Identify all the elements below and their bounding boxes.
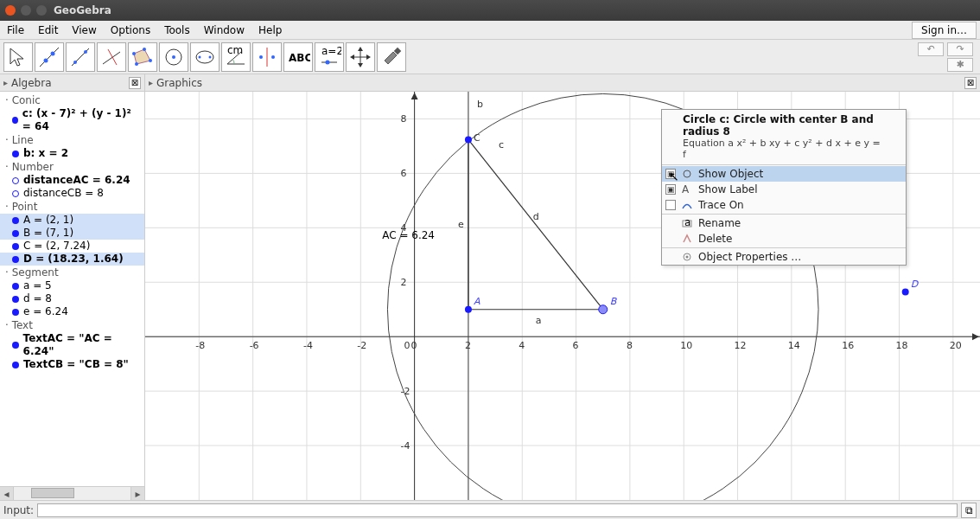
ctx-show-label[interactable]: ▣ A Show Label xyxy=(662,182,906,197)
visibility-bullet-icon[interactable] xyxy=(12,230,19,237)
algebra-item[interactable]: d = 8 xyxy=(0,292,144,305)
algebra-item[interactable]: C = (2, 7.24) xyxy=(0,240,144,253)
ctx-delete[interactable]: Delete xyxy=(662,231,906,247)
context-menu: Circle c: Circle with center B and radiu… xyxy=(661,109,907,266)
window-minimize-button[interactable] xyxy=(21,5,31,16)
redo-button[interactable]: ↷ xyxy=(947,42,973,56)
algebra-category[interactable]: · Point xyxy=(0,200,144,214)
algebra-item[interactable]: D = (18.23, 1.64) xyxy=(0,253,144,266)
algebra-item-label: d = 8 xyxy=(23,292,52,305)
menu-options[interactable]: Options xyxy=(104,24,157,36)
visibility-bullet-icon[interactable] xyxy=(12,243,19,250)
input-field[interactable] xyxy=(37,503,958,517)
algebra-category[interactable]: · Segment xyxy=(0,266,144,279)
tool-text[interactable]: ABC xyxy=(283,42,313,72)
algebra-item[interactable]: e = 6.24 xyxy=(0,305,144,318)
ctx-title: Circle c: Circle with center B and radiu… xyxy=(662,110,906,138)
tool-options[interactable] xyxy=(377,42,406,72)
undo-button[interactable]: ↶ xyxy=(918,42,944,56)
svg-text:c: c xyxy=(499,139,504,151)
tool-ellipse[interactable] xyxy=(190,42,220,72)
tool-circle[interactable] xyxy=(159,42,188,72)
algebra-category[interactable]: · Line xyxy=(0,133,144,147)
algebra-item[interactable]: distanceAC = 6.24 xyxy=(0,174,144,187)
algebra-item-label: c: (x - 7)² + (y - 1)² = 64 xyxy=(22,107,141,133)
window-maximize-button[interactable] xyxy=(36,5,47,16)
visibility-bullet-icon[interactable] xyxy=(12,296,19,303)
algebra-item[interactable]: a = 5 xyxy=(0,279,144,292)
svg-text:A: A xyxy=(474,296,480,307)
algebra-item[interactable]: b: x = 2 xyxy=(0,147,144,160)
svg-text:-6: -6 xyxy=(250,340,259,351)
tool-move[interactable] xyxy=(3,42,33,72)
svg-text:20: 20 xyxy=(950,340,962,351)
algebra-category[interactable]: · Number xyxy=(0,160,144,174)
ctx-rename[interactable]: a Rename xyxy=(662,215,906,231)
collapse-icon[interactable]: ▸ xyxy=(3,78,8,87)
svg-point-4 xyxy=(73,61,77,64)
menu-edit[interactable]: Edit xyxy=(31,24,65,36)
tool-reflect[interactable] xyxy=(252,42,282,72)
visibility-bullet-icon[interactable] xyxy=(12,151,19,157)
svg-marker-59 xyxy=(972,333,979,340)
svg-text:18: 18 xyxy=(896,340,908,351)
tool-polygon[interactable] xyxy=(128,42,157,72)
svg-line-7 xyxy=(108,49,117,65)
tool-point[interactable] xyxy=(35,42,64,72)
algebra-item[interactable]: distanceCB = 8 xyxy=(0,187,144,200)
visibility-bullet-icon[interactable] xyxy=(12,117,18,124)
svg-marker-8 xyxy=(134,49,150,64)
tool-slider[interactable]: a=2 xyxy=(315,42,344,72)
window-title: GeoGebra xyxy=(54,4,111,16)
ctx-show-object[interactable]: ▣ Show Object ↖ xyxy=(662,166,906,182)
visibility-bullet-icon[interactable] xyxy=(12,177,19,184)
signin-button[interactable]: Sign in… xyxy=(912,22,977,39)
visibility-bullet-icon[interactable] xyxy=(12,342,19,349)
input-help-button[interactable]: ⧉ xyxy=(961,503,977,518)
ctx-trace-on[interactable]: Trace On xyxy=(662,197,906,213)
algebra-item[interactable]: c: (x - 7)² + (y - 1)² = 64 xyxy=(0,107,144,133)
svg-point-88 xyxy=(465,306,472,313)
algebra-tree[interactable]: · Conicc: (x - 7)² + (y - 1)² = 64· Line… xyxy=(0,92,144,486)
graphics-close-button[interactable]: ⊠ xyxy=(964,77,977,89)
ctx-object-properties[interactable]: Object Properties … xyxy=(662,249,906,265)
delete-icon xyxy=(681,233,693,245)
algebra-item[interactable]: TextAC = "AC = 6.24" xyxy=(0,332,144,358)
algebra-category[interactable]: · Conic xyxy=(0,93,144,107)
visibility-bullet-icon[interactable] xyxy=(12,256,19,263)
settings-gear-button[interactable]: ✱ xyxy=(947,58,973,72)
visibility-bullet-icon[interactable] xyxy=(12,190,19,197)
svg-text:8: 8 xyxy=(401,113,407,125)
svg-point-17 xyxy=(209,55,212,58)
svg-point-23 xyxy=(271,55,275,59)
visibility-bullet-icon[interactable] xyxy=(12,283,19,290)
svg-text:D: D xyxy=(911,279,920,290)
menu-window[interactable]: Window xyxy=(197,24,251,36)
menu-help[interactable]: Help xyxy=(251,24,289,36)
algebra-item[interactable]: A = (2, 1) xyxy=(0,214,144,227)
algebra-close-button[interactable]: ⊠ xyxy=(129,77,141,89)
tool-line[interactable] xyxy=(66,42,95,72)
algebra-item[interactable]: TextCB = "CB = 8" xyxy=(0,358,144,371)
menu-view[interactable]: View xyxy=(65,24,103,36)
algebra-item[interactable]: B = (7, 1) xyxy=(0,227,144,240)
menu-tools[interactable]: Tools xyxy=(157,24,197,36)
tool-angle[interactable]: cm xyxy=(221,42,251,72)
graphics-panel-header: ▸ Graphics ⊠ xyxy=(145,74,980,92)
svg-text:12: 12 xyxy=(735,340,747,351)
graphics-view[interactable]: -8-6-4-202468101214161820-4-224680ABCDab… xyxy=(145,92,980,500)
menu-file[interactable]: File xyxy=(0,24,31,36)
svg-point-27 xyxy=(326,60,330,64)
label-icon: A xyxy=(681,183,693,195)
svg-text:-8: -8 xyxy=(195,340,205,351)
algebra-item-label: b: x = 2 xyxy=(23,147,68,160)
window-close-button[interactable] xyxy=(5,5,16,16)
visibility-bullet-icon[interactable] xyxy=(12,362,19,368)
algebra-scrollbar[interactable]: ◂ ▸ xyxy=(0,486,144,500)
collapse-icon[interactable]: ▸ xyxy=(149,78,153,87)
tool-move-view[interactable] xyxy=(346,42,375,72)
visibility-bullet-icon[interactable] xyxy=(12,217,19,224)
algebra-category[interactable]: · Text xyxy=(0,318,144,332)
visibility-bullet-icon[interactable] xyxy=(12,309,19,316)
tool-perpendicular[interactable] xyxy=(97,42,126,72)
